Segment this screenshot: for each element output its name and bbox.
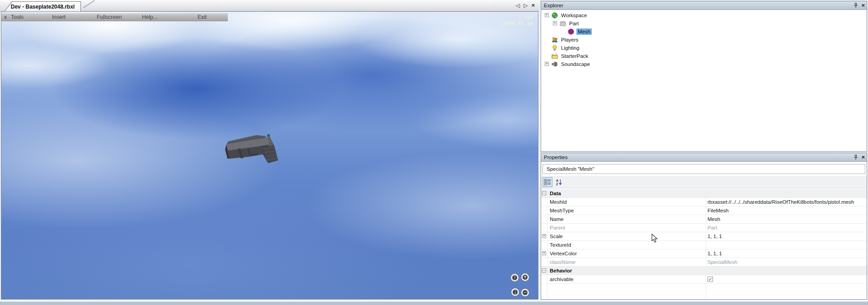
properties-title: Properties (544, 155, 567, 160)
mesh-icon (568, 28, 574, 35)
menu-item-tools[interactable]: Tools (11, 14, 24, 20)
property-value[interactable]: rbxasset://../../../shareddata/RiseOfThe… (708, 199, 867, 206)
up-arrow-icon: ↑ (514, 274, 516, 281)
property-value: SpecialMesh (708, 259, 867, 266)
explorer-tree: + Workspace + Part Mesh (541, 11, 867, 68)
starterpack-icon (552, 53, 558, 59)
categorized-view-button[interactable] (542, 177, 552, 187)
bottom-status-strip (0, 301, 868, 305)
zoom-out-button[interactable]: − (521, 289, 529, 296)
property-row-meshid[interactable]: MeshId rbxasset://../../../shareddata/Ri… (541, 198, 867, 206)
property-row-textureid[interactable]: TextureId (541, 241, 867, 249)
property-row-meshtype[interactable]: MeshType FileMesh (541, 206, 867, 215)
property-row-scale[interactable]: + Scale 1, 1, 1 (541, 232, 867, 241)
document-tab-title: Dev - Baseplate2048.rbxl (11, 4, 75, 10)
fps-counter: 0 fps (502, 14, 533, 20)
properties-grid: − Data MeshId rbxasset://../../../shared… (541, 189, 867, 299)
tree-item-label: Workspace (560, 12, 588, 19)
tree-item-players[interactable]: Players (541, 36, 867, 44)
expand-icon[interactable]: + (545, 62, 549, 66)
properties-panel: Properties × SpecialMesh "Mesh" (541, 153, 867, 300)
svg-text:A: A (556, 179, 558, 182)
property-name: Parent (550, 225, 565, 231)
tab-scroll-right-icon[interactable]: ▷ (524, 2, 528, 9)
pistol-mesh-render (223, 127, 283, 166)
property-value[interactable]: Mesh (708, 216, 867, 223)
menu-item-insert[interactable]: Insert (52, 14, 66, 20)
property-value[interactable]: 1, 1, 1 (708, 250, 867, 257)
tilt-down-button[interactable]: ↓ (511, 288, 519, 296)
3d-viewport[interactable]: x Tools Insert Fullscreen Help... Exit 0… (1, 11, 538, 300)
close-icon[interactable]: × (861, 2, 865, 9)
tree-item-label: Part (568, 20, 580, 27)
property-name: className (550, 259, 576, 266)
svg-text:Z: Z (556, 183, 558, 186)
collapse-icon[interactable]: − (542, 191, 546, 195)
property-row-classname: className SpecialMesh (541, 258, 867, 267)
menu-item-exit[interactable]: Exit (198, 14, 207, 20)
tree-item-label: StarterPack (560, 53, 590, 59)
players-icon (552, 37, 558, 43)
alphabetical-sort-button[interactable]: A Z (554, 177, 564, 187)
app-window: Dev - Baseplate2048.rbxl ◁ ▷ × x Tools I… (0, 0, 868, 305)
tree-item-label-selected: Mesh (576, 28, 592, 35)
tab-slant-decoration (83, 0, 95, 8)
plus-icon: + (524, 274, 527, 280)
category-label: Data (550, 190, 561, 197)
property-name: MeshId (550, 199, 567, 206)
tree-item-starterpack[interactable]: StarterPack (541, 52, 867, 60)
pin-icon[interactable] (854, 3, 858, 9)
category-row-behavior[interactable]: − Behavior (541, 267, 867, 275)
game-menu-bar: x Tools Insert Fullscreen Help... Exit (1, 13, 228, 21)
category-label: Behavior (550, 267, 572, 274)
tree-item-label: Lighting (560, 45, 580, 51)
expand-icon[interactable]: + (553, 21, 557, 25)
tilt-up-button[interactable]: ↑ (511, 274, 519, 282)
globe-icon (552, 12, 558, 19)
expand-icon[interactable]: + (542, 234, 546, 238)
part-icon (560, 20, 566, 27)
tree-item-soundscape[interactable]: + Soundscape (541, 60, 867, 68)
selected-object-header: SpecialMesh "Mesh" (542, 164, 865, 174)
property-row-vertexcolor[interactable]: + VertexColor 1, 1, 1 (541, 249, 867, 258)
performance-stats: 0 fps 2009.91 ms (502, 14, 533, 27)
property-row-parent: Parent Part (541, 224, 867, 232)
property-name: TextureId (550, 242, 571, 249)
menu-close-icon[interactable]: x (4, 14, 7, 20)
title-tab-bar: Dev - Baseplate2048.rbxl ◁ ▷ × (0, 0, 539, 11)
property-name: archivable (550, 276, 573, 283)
menu-item-fullscreen[interactable]: Fullscreen (97, 14, 122, 20)
zoom-in-button[interactable]: + (521, 273, 529, 281)
expand-icon[interactable]: + (545, 13, 549, 17)
collapse-icon[interactable]: − (542, 268, 546, 272)
tab-close-icon[interactable]: × (531, 2, 535, 9)
property-row-name[interactable]: Name Mesh (541, 215, 867, 224)
explorer-header[interactable]: Explorer × (541, 1, 867, 10)
properties-header[interactable]: Properties × (541, 153, 867, 162)
properties-toolbar: A Z (541, 176, 867, 188)
checkbox-checked-icon[interactable]: ✓ (708, 277, 713, 282)
minus-icon: − (524, 289, 527, 296)
tree-item-label: Soundscape (560, 61, 591, 67)
category-row-data[interactable]: − Data (541, 189, 867, 198)
expand-icon[interactable]: + (542, 251, 546, 255)
pin-icon[interactable] (854, 155, 858, 160)
tree-item-mesh-selected[interactable]: Mesh (541, 28, 867, 36)
explorer-panel: Explorer × + Workspace + P (541, 1, 867, 152)
property-name: MeshType (550, 207, 574, 214)
tree-item-part[interactable]: + Part (541, 19, 867, 28)
lightbulb-icon (552, 45, 558, 51)
tab-scroll-left-icon[interactable]: ◁ (516, 2, 520, 9)
document-tab[interactable]: Dev - Baseplate2048.rbxl (5, 1, 81, 11)
property-value[interactable]: 1, 1, 1 (708, 233, 867, 240)
tree-item-workspace[interactable]: + Workspace (541, 11, 867, 19)
frame-time: 2009.91 ms (502, 20, 533, 27)
menu-item-help[interactable]: Help... (142, 14, 158, 20)
explorer-title: Explorer (544, 3, 563, 8)
tree-item-lighting[interactable]: Lighting (541, 44, 867, 52)
close-icon[interactable]: × (861, 154, 865, 160)
property-row-archivable[interactable]: archivable ✓ (541, 275, 867, 284)
property-value: Part (708, 225, 867, 231)
property-value[interactable]: FileMesh (708, 207, 867, 214)
categorized-view-icon (544, 178, 551, 186)
